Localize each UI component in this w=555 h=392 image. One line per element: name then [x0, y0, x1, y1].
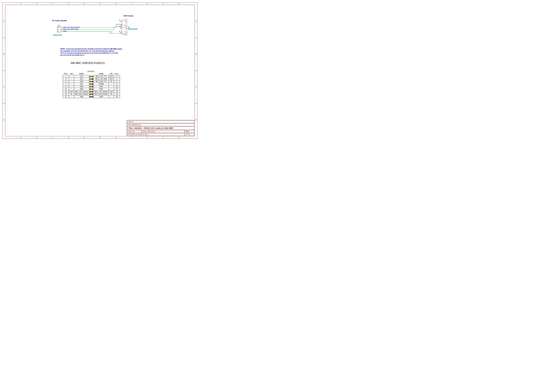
- table-cell: 17: [63, 95, 69, 98]
- table-cell: -: [69, 78, 74, 80]
- pin-color-icon: [92, 91, 93, 93]
- ruler-num: 2: [52, 3, 53, 5]
- table-cell: 10: [114, 85, 120, 88]
- table-cell: -: [109, 88, 114, 90]
- table-pin-cell: [89, 88, 91, 90]
- table-cell: MCU_TX2_RS232: [94, 90, 109, 93]
- tb-file: File: A020221.sch: [127, 123, 194, 126]
- net-gnd-j1: GND: [63, 30, 66, 32]
- table-pin-cell: [89, 78, 91, 80]
- db9-pin-num: 6: [122, 21, 123, 22]
- table-header: PIN #: [114, 73, 120, 75]
- table-cell: -: [109, 83, 114, 85]
- table-row: 11-GNDGND-12: [63, 88, 120, 90]
- ruler-num: 6: [178, 137, 179, 139]
- no-connect-icon: ×: [120, 20, 121, 22]
- ruler-letter: D: [3, 119, 4, 121]
- table-pin-cell: [91, 88, 94, 90]
- table-cell: 6: [114, 80, 120, 83]
- tb-rev: Rev:: [185, 130, 194, 133]
- table-cell: -: [69, 80, 74, 83]
- no-connect-icon: ×: [120, 31, 121, 33]
- ruler-letter: D: [196, 119, 197, 121]
- pin-header-label: Pin header (female): [52, 20, 67, 21]
- wire-gnd-h2: [112, 33, 122, 34]
- pin-color-icon: [89, 96, 91, 98]
- ruler-tick: [2, 71, 5, 71]
- ruler-num: 1: [20, 3, 21, 5]
- no-connect-icon: ×: [120, 27, 121, 29]
- table-cell: GND: [94, 95, 109, 98]
- table-pin-cell: [91, 78, 94, 80]
- table-cell: MCU_RX2_RS232: [94, 93, 109, 95]
- table-cell: GND: [94, 88, 109, 90]
- ruler-num: 4: [115, 137, 116, 139]
- db9-pin-num: 2: [121, 24, 122, 25]
- table-pin-cell: [91, 93, 94, 95]
- table-cell: -: [69, 88, 74, 90]
- j1-refdes: J1: [58, 25, 60, 27]
- ruler-letter: B: [196, 53, 197, 55]
- table-cell: -: [69, 75, 74, 78]
- ruler-tick: [195, 71, 197, 71]
- table-header: DIR: [109, 73, 114, 75]
- table-cell: OUT: [109, 90, 114, 93]
- table-row: 13OUTMCU_TX1_RS232MCU_TX2_RS232OUT14: [63, 90, 120, 93]
- table-cell: 16: [114, 93, 120, 95]
- table-cell: 12: [114, 88, 120, 90]
- table-pin-cell: [89, 90, 91, 93]
- table-cell: -: [109, 85, 114, 88]
- table-cell: 4: [114, 78, 120, 80]
- table-cell: 15: [63, 93, 69, 95]
- table-cell: IN: [109, 80, 114, 83]
- db9-pin-num: 1: [121, 20, 122, 21]
- table-row: 7-SCLVUSB2-8: [63, 83, 120, 85]
- j1-pin-2: [58, 29, 59, 30]
- db9-label: DB-9 Female: [124, 15, 133, 17]
- note-text: NOTE: J1 must be inserted into the J4 (A…: [60, 48, 136, 56]
- pin-color-icon: [89, 78, 91, 80]
- table-cell: 13: [63, 90, 69, 93]
- db9-pin: [126, 26, 127, 27]
- j1-pin-num-3: 3: [62, 30, 63, 32]
- table-pin-cell: [89, 75, 91, 78]
- table-cell: 7: [63, 83, 69, 85]
- table-cell: IN: [109, 93, 114, 95]
- table-header: [91, 73, 94, 75]
- table-header: DIR: [69, 73, 74, 75]
- table-row: 17-GNDGND-18: [63, 95, 120, 98]
- wire-rx-h1: [61, 29, 114, 30]
- rs232-aux-label: RS232 AUX: [53, 34, 62, 36]
- pin-color-icon: [89, 76, 91, 77]
- db9-pin-num: 4: [121, 30, 122, 32]
- table-header: [89, 73, 91, 75]
- tb-size: Size: A4: [127, 130, 141, 133]
- j4-title: J4 (AUX): [87, 70, 95, 72]
- ruler-num: 4: [115, 3, 116, 5]
- net-txn: MCU_TXn_RS232 (OUT): [63, 27, 80, 28]
- db9-pin: [125, 34, 126, 35]
- table-pin-cell: [91, 95, 94, 98]
- pin-color-icon: [92, 83, 93, 85]
- pin-color-icon: [92, 86, 93, 87]
- ruler-num: 1: [20, 137, 21, 139]
- db9-pin-num: 5: [121, 33, 122, 34]
- ruler-tick: [131, 2, 132, 5]
- table-cell: GND: [94, 85, 109, 88]
- ruler-letter: C: [3, 86, 4, 88]
- pin-color-icon: [92, 88, 93, 90]
- tb-title-prefix: Title:: [128, 127, 134, 129]
- ruler-num: 2: [52, 137, 53, 139]
- j1-pin-3: [58, 31, 59, 32]
- table-row: 9-GNDGND-10: [63, 85, 120, 88]
- table-row: 1-VCCMCU_TX2_TTLOUT2: [63, 75, 120, 78]
- pin-color-icon: [89, 81, 91, 82]
- ruler-letter: A: [196, 20, 197, 22]
- table-cell: MCU_TX2_USB: [94, 78, 109, 80]
- table-header: NAME: [74, 73, 89, 75]
- schematic-frame-inner: [5, 5, 195, 136]
- table-pin-cell: [91, 85, 94, 88]
- table-cell: GND: [74, 85, 89, 88]
- table-cell: VCC: [74, 78, 89, 80]
- table-cell: MCU_TX1_RS232: [74, 90, 89, 93]
